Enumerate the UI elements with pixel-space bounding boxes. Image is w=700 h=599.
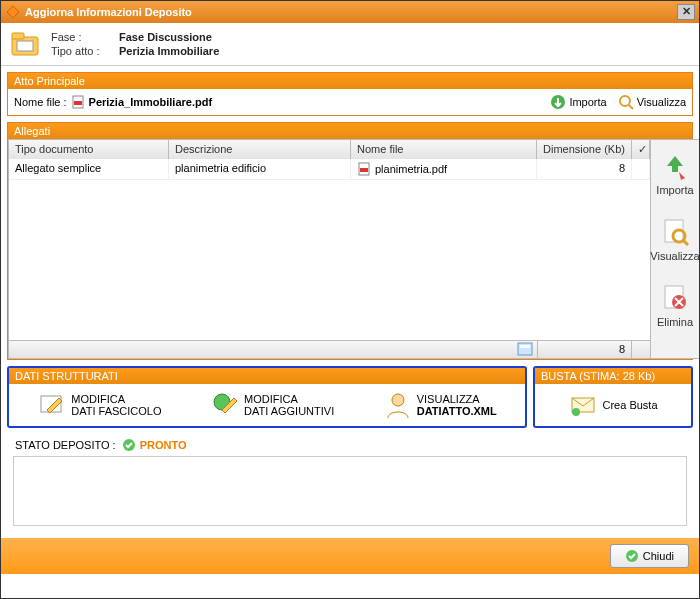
a3-line2: DATIATTO.XML <box>417 405 497 417</box>
footer: Chiudi <box>1 538 699 574</box>
modifica-aggiuntivi-button[interactable]: MODIFICADATI AGGIUNTIVI <box>210 390 334 420</box>
svg-rect-3 <box>17 41 33 51</box>
svg-marker-0 <box>7 6 19 18</box>
close-button[interactable]: ✕ <box>677 4 695 20</box>
svg-line-8 <box>629 105 633 109</box>
visualizza-label: Visualizza <box>637 96 686 108</box>
allegati-panel-title: Allegati <box>8 123 692 139</box>
col-check[interactable]: ✓ <box>632 140 650 159</box>
visualizza-button[interactable]: Visualizza <box>617 93 686 111</box>
modifica-fascicolo-button[interactable]: MODIFICADATI FASCICOLO <box>37 390 161 420</box>
a3-line1: VISUALIZZA <box>417 393 497 405</box>
svg-rect-11 <box>518 343 532 355</box>
stato-value: PRONTO <box>140 439 187 451</box>
allegati-panel: Allegati Tipo documento Descrizione Nome… <box>7 122 693 360</box>
titlebar: Aggiorna Informazioni Deposito ✕ <box>1 1 699 23</box>
folder-icon <box>9 27 43 61</box>
grid-count: 8 <box>537 341 632 358</box>
svg-rect-5 <box>74 101 82 105</box>
check-icon <box>625 549 639 563</box>
dati-strutturati-panel: DATI STRUTTURATI MODIFICADATI FASCICOLO … <box>7 366 527 428</box>
log-area <box>13 456 687 526</box>
allegati-sidebar: Importa Visualizza Elimina <box>651 139 700 359</box>
chiudi-button[interactable]: Chiudi <box>610 544 689 568</box>
pdf-icon <box>71 95 85 109</box>
cell-nome-text: planimetria.pdf <box>375 163 447 175</box>
col-dim[interactable]: Dimensione (Kb) <box>537 140 632 159</box>
person-icon <box>383 390 413 420</box>
fase-value: Fase Discussione <box>119 31 212 43</box>
busta-panel-title: BUSTA (STIMA: 28 Kb) <box>535 368 691 384</box>
check-icon <box>122 438 136 452</box>
allegati-grid: Tipo documento Descrizione Nome file Dim… <box>8 139 651 359</box>
fase-label: Fase : <box>51 31 119 43</box>
a2-line2: DATI AGGIUNTIVI <box>244 405 334 417</box>
side-visualizza-button[interactable]: Visualizza <box>651 212 699 266</box>
stato-label: STATO DEPOSITO : <box>15 439 116 451</box>
col-tipo[interactable]: Tipo documento <box>9 140 169 159</box>
atto-panel-title: Atto Principale <box>8 73 692 89</box>
file-label: Nome file : <box>14 96 67 108</box>
side-visualizza-label: Visualizza <box>650 250 699 262</box>
cell-check <box>632 159 650 179</box>
atto-principale-panel: Atto Principale Nome file : Perizia_Immo… <box>7 72 693 116</box>
svg-line-15 <box>683 240 688 245</box>
view-icon <box>659 216 691 248</box>
pdf-icon <box>357 162 371 176</box>
view-icon <box>617 93 635 111</box>
chiudi-label: Chiudi <box>643 550 674 562</box>
envelope-icon <box>568 390 598 420</box>
side-importa-button[interactable]: Importa <box>651 146 699 200</box>
svg-rect-10 <box>360 168 368 172</box>
tipo-value: Perizia Immobiliare <box>119 45 219 57</box>
a1-line1: MODIFICA <box>71 393 161 405</box>
table-row[interactable]: Allegato semplice planimetria edificio p… <box>9 159 650 180</box>
tipo-label: Tipo atto : <box>51 45 119 57</box>
svg-rect-2 <box>12 33 24 39</box>
edit-folder-icon <box>37 390 67 420</box>
edit-data-icon <box>210 390 240 420</box>
busta-panel: BUSTA (STIMA: 28 Kb) Crea Busta <box>533 366 693 428</box>
dati-panel-title: DATI STRUTTURATI <box>9 368 525 384</box>
file-name: Perizia_Immobiliare.pdf <box>89 96 212 108</box>
svg-point-20 <box>392 394 404 406</box>
svg-point-7 <box>620 96 630 106</box>
cell-dim: 8 <box>537 159 632 179</box>
calculator-icon <box>517 342 533 356</box>
window-icon <box>5 4 21 20</box>
cell-nome: planimetria.pdf <box>351 159 537 179</box>
crea-busta-button[interactable]: Crea Busta <box>568 390 657 420</box>
side-elimina-button[interactable]: Elimina <box>651 278 699 332</box>
window-title: Aggiorna Informazioni Deposito <box>25 6 192 18</box>
delete-icon <box>659 282 691 314</box>
grid-footer: 8 <box>9 340 650 358</box>
cell-tipo: Allegato semplice <box>9 159 169 179</box>
col-descr[interactable]: Descrizione <box>169 140 351 159</box>
svg-point-22 <box>572 408 580 416</box>
import-icon <box>549 93 567 111</box>
header: Fase :Fase Discussione Tipo atto :Perizi… <box>1 23 699 66</box>
side-elimina-label: Elimina <box>657 316 693 328</box>
importa-button[interactable]: Importa <box>549 93 606 111</box>
a2-line1: MODIFICA <box>244 393 334 405</box>
stato-deposito: STATO DEPOSITO : PRONTO <box>7 434 693 456</box>
cell-descr: planimetria edificio <box>169 159 351 179</box>
a1-line2: DATI FASCICOLO <box>71 405 161 417</box>
import-icon <box>659 150 691 182</box>
grid-header: Tipo documento Descrizione Nome file Dim… <box>9 139 650 159</box>
col-nome[interactable]: Nome file <box>351 140 537 159</box>
svg-rect-12 <box>520 345 530 348</box>
visualizza-xml-button[interactable]: VISUALIZZADATIATTO.XML <box>383 390 497 420</box>
side-importa-label: Importa <box>656 184 693 196</box>
importa-label: Importa <box>569 96 606 108</box>
crea-busta-label: Crea Busta <box>602 399 657 411</box>
